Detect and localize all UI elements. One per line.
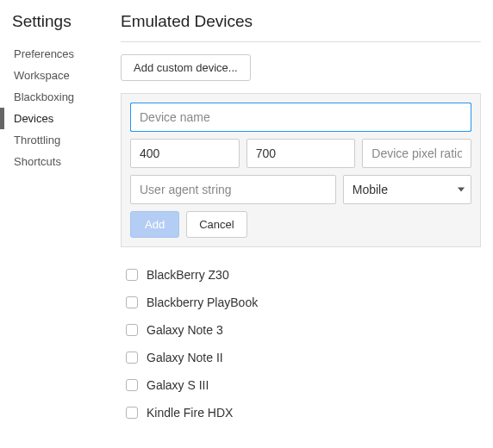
cancel-button[interactable]: Cancel [186, 211, 246, 238]
custom-device-form: Mobile Add Cancel [121, 93, 481, 247]
divider [121, 41, 481, 42]
list-item: Galaxy S III [121, 371, 481, 399]
page-title: Emulated Devices [121, 12, 481, 31]
checkbox[interactable] [126, 296, 138, 308]
device-width-input[interactable] [130, 139, 240, 168]
user-agent-input[interactable] [130, 175, 336, 204]
device-list: BlackBerry Z30 Blackberry PlayBook Galax… [121, 256, 481, 432]
sidebar-item-workspace[interactable]: Workspace [12, 65, 103, 86]
list-item: Blackberry PlayBook [121, 289, 481, 316]
sidebar-item-preferences[interactable]: Preferences [12, 43, 103, 65]
sidebar-item-label: Blackboxing [14, 90, 74, 103]
device-label: Galaxy Note II [147, 351, 223, 364]
device-name-input[interactable] [130, 103, 471, 132]
checkbox[interactable] [126, 324, 138, 336]
sidebar-item-throttling[interactable]: Throttling [12, 129, 103, 151]
settings-root: Settings Preferences Workspace Blackboxi… [0, 0, 493, 448]
device-label: Galaxy Note 3 [147, 323, 223, 337]
main-panel: Emulated Devices Add custom device... [103, 0, 493, 448]
device-pixel-ratio-input[interactable] [362, 139, 471, 168]
sidebar-item-label: Workspace [14, 69, 70, 82]
list-item: Galaxy Note 3 [121, 316, 481, 344]
add-device-button[interactable]: Add [130, 211, 179, 238]
device-label: Blackberry PlayBook [147, 296, 258, 309]
checkbox[interactable] [126, 379, 138, 391]
device-type-select[interactable]: Mobile [343, 175, 471, 204]
device-label: Kindle Fire HDX [147, 406, 233, 420]
sidebar-item-devices[interactable]: Devices [12, 108, 103, 129]
list-item: BlackBerry Z30 [121, 261, 481, 289]
sidebar-item-blackboxing[interactable]: Blackboxing [12, 86, 103, 108]
device-label: Galaxy S III [147, 378, 209, 392]
sidebar-item-label: Devices [14, 112, 53, 125]
checkbox[interactable] [126, 269, 138, 281]
sidebar-item-label: Throttling [14, 134, 60, 146]
checkbox[interactable] [126, 407, 138, 419]
device-label: BlackBerry Z30 [147, 268, 229, 282]
sidebar: Settings Preferences Workspace Blackboxi… [0, 0, 103, 448]
list-item: Kindle Fire HDX [121, 399, 481, 426]
sidebar-item-shortcuts[interactable]: Shortcuts [12, 151, 103, 172]
sidebar-item-label: Preferences [14, 47, 74, 60]
sidebar-item-label: Shortcuts [14, 155, 61, 168]
sidebar-title: Settings [12, 12, 103, 31]
add-custom-device-button[interactable]: Add custom device... [121, 54, 251, 81]
list-item: Galaxy Note II [121, 344, 481, 371]
device-height-input[interactable] [246, 139, 356, 168]
checkbox[interactable] [126, 352, 138, 364]
